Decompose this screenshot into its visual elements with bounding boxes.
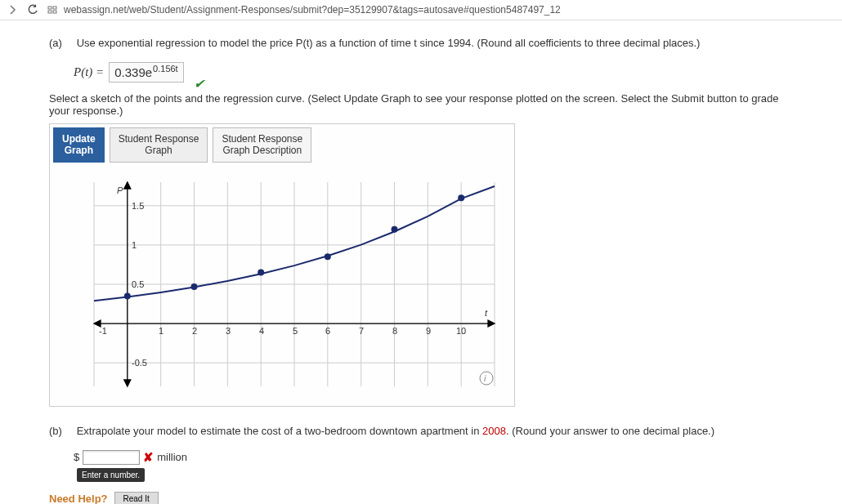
xtick: 9	[426, 326, 431, 336]
answer-base: 0.339e	[114, 65, 152, 79]
svg-point-32	[392, 225, 398, 232]
svg-marker-26	[124, 380, 131, 386]
sketch-instruction: Select a sketch of the points and the re…	[49, 92, 801, 117]
part-a-prompt: Use exponential regression to model the …	[77, 37, 796, 49]
need-help-row: Need Help? Read It	[49, 492, 801, 504]
ytick: 1.5	[132, 201, 144, 211]
part-b: (b) Extrapolate your model to estimate t…	[49, 425, 801, 437]
svg-point-28	[124, 292, 131, 299]
svg-point-31	[325, 253, 331, 260]
svg-text:i: i	[484, 373, 486, 383]
formula-row: P(t) = 0.339e0.156t ✔	[74, 62, 801, 83]
reload-icon[interactable]	[26, 3, 39, 16]
need-help-label: Need Help?	[49, 493, 108, 504]
xtick: 5	[293, 326, 298, 336]
graph-tabs: Update Graph Student Response Graph Stud…	[50, 124, 514, 163]
svg-point-30	[258, 269, 264, 275]
xtick: 3	[226, 326, 231, 336]
unit-label: million	[157, 451, 187, 463]
answer-input-b[interactable]	[83, 450, 140, 465]
validation-tooltip: Enter a number.	[77, 468, 145, 482]
currency-symbol: $	[74, 451, 79, 463]
read-it-button[interactable]: Read It	[114, 492, 159, 504]
svg-marker-23	[488, 320, 495, 327]
url-text[interactable]: webassign.net/web/Student/Assignment-Res…	[64, 4, 561, 16]
svg-point-34	[480, 372, 493, 385]
ytick: 1	[132, 240, 137, 250]
svg-rect-1	[53, 7, 56, 9]
part-a: (a) Use exponential regression to model …	[49, 37, 801, 49]
part-b-prompt: Extrapolate your model to estimate the c…	[77, 425, 796, 437]
ytick: -0.5	[132, 358, 147, 368]
svg-marker-25	[124, 182, 131, 189]
xtick: 7	[359, 326, 364, 336]
response-graph[interactable]: P t -1 1 2 3 4 5 6 7 8 9 10 0.5 1	[53, 166, 511, 403]
xtick: 8	[392, 326, 397, 336]
xtick: 4	[259, 326, 264, 336]
svg-point-33	[458, 194, 464, 201]
part-a-label: (a)	[49, 37, 74, 49]
ytick: 0.5	[132, 279, 144, 289]
graph-info-icon[interactable]: i	[480, 372, 493, 385]
svg-rect-2	[48, 11, 52, 13]
svg-point-29	[191, 283, 198, 290]
nav-forward-icon[interactable]	[7, 3, 20, 16]
xtick: 2	[192, 326, 197, 336]
part-b-label: (b)	[49, 425, 74, 437]
answer-box-a[interactable]: 0.339e0.156t	[109, 62, 183, 83]
tab-student-response-graph[interactable]: Student Response Graph	[110, 127, 208, 163]
browser-toolbar: webassign.net/web/Student/Assignment-Res…	[0, 0, 842, 20]
tab-update-graph[interactable]: Update Graph	[53, 127, 105, 163]
answer-exponent: 0.156t	[153, 64, 178, 74]
year-highlight: 2008	[482, 425, 506, 437]
correct-check-icon: ✔	[194, 76, 204, 91]
y-axis-label: P	[117, 185, 123, 195]
incorrect-x-icon: ✘	[143, 450, 154, 465]
formula-lhs: P(t) =	[74, 65, 104, 79]
xtick: 10	[456, 326, 466, 336]
svg-rect-3	[53, 11, 56, 13]
svg-rect-0	[48, 7, 52, 9]
graph-tool: Update Graph Student Response Graph Stud…	[49, 123, 515, 407]
site-settings-icon[interactable]	[46, 3, 59, 16]
xtick: -1	[99, 326, 107, 336]
xtick: 1	[159, 326, 163, 336]
xtick: 6	[325, 326, 330, 336]
tab-student-response-description[interactable]: Student Response Graph Description	[213, 127, 311, 163]
x-axis-label: t	[485, 308, 488, 318]
